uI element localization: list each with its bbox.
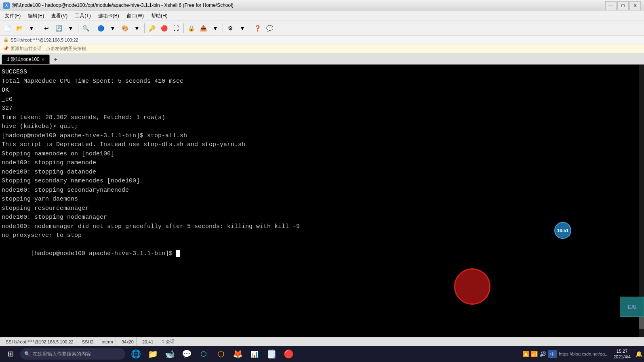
hint-bar: 📌 要添加当前会话，点击左侧的图头按钮. bbox=[0, 44, 644, 53]
toolbar-open[interactable]: 📂 bbox=[14, 23, 25, 34]
toolbar: 📄 📂 ▼ ↩ 🔄 ▼ 🔍 🔵 ▼ 🎨 ▼ 🔑 🔴 ⛶ 🔒 📤 ▼ ⚙ ▼ ❓ … bbox=[0, 21, 644, 36]
taskbar-app-edge[interactable]: 🌐 bbox=[128, 347, 144, 361]
tray-up-icon[interactable]: 🔼 bbox=[522, 351, 529, 357]
term-line-1: Total MapReduce CPU Time Spent: 5 second… bbox=[2, 77, 642, 86]
toolbar-fullscreen[interactable]: ⛶ bbox=[170, 23, 182, 34]
term-line-11: node100: stopping datanode bbox=[2, 168, 642, 177]
toolbar-dropdown6[interactable]: ▼ bbox=[237, 23, 248, 34]
menu-file[interactable]: 文件(F) bbox=[2, 12, 24, 20]
cursor-highlight bbox=[454, 268, 490, 305]
term-line-0: SUCCESS bbox=[2, 68, 642, 77]
hint-icon: 📌 bbox=[3, 46, 9, 51]
tray-volume-icon[interactable]: 🔊 bbox=[539, 351, 546, 357]
clock-time: 15:27 bbox=[613, 348, 631, 354]
search-placeholder: 在这里输入你要搜索的内容 bbox=[33, 351, 91, 358]
start-button[interactable]: ⊞ bbox=[2, 347, 19, 361]
status-address: SSH://root:****@192.168.5.100:22 bbox=[3, 337, 76, 346]
time-widget[interactable]: 16:51 bbox=[554, 222, 571, 239]
taskbar: ⊞ 🔍 在这里输入你要搜索的内容 🌐 📁 🐋 💬 ⬡ ⬡ 🦊 📊 🗒️ 🔴 🔼 … bbox=[0, 346, 644, 362]
toolbar-lock[interactable]: 🔒 bbox=[185, 23, 197, 34]
notification-icon[interactable]: 🔔 bbox=[636, 351, 642, 357]
toolbar-connect[interactable]: 🔵 bbox=[95, 23, 106, 34]
toolbar-dropdown4[interactable]: ▼ bbox=[131, 23, 143, 34]
menu-view[interactable]: 查看(V) bbox=[48, 12, 71, 20]
taskbar-app-explorer[interactable]: 📁 bbox=[145, 347, 161, 361]
app-icon: X bbox=[3, 2, 10, 9]
taskbar-search[interactable]: 🔍 在这里输入你要搜索的内容 bbox=[20, 348, 125, 360]
term-line-5: Time taken: 28.302 seconds, Fetched: 1 r… bbox=[2, 113, 642, 123]
title-bar-buttons: — □ ✕ bbox=[605, 1, 641, 10]
toolbar-help[interactable]: ❓ bbox=[252, 23, 263, 34]
term-line-4: 327 bbox=[2, 104, 642, 113]
session-address: SSH://root:****@192.168.5.100:22 bbox=[11, 38, 78, 42]
toolbar-transfer[interactable]: 📤 bbox=[198, 23, 209, 34]
toolbar-dropdown1[interactable]: ▼ bbox=[26, 23, 37, 34]
taskbar-app-sticky[interactable]: 🗒️ bbox=[263, 347, 280, 361]
status-position: 20,41 bbox=[140, 337, 156, 346]
term-line-17: node100: nodemanager did not stop gracef… bbox=[2, 222, 642, 232]
toolbar-color[interactable]: 🎨 bbox=[119, 23, 130, 34]
close-button[interactable]: ✕ bbox=[629, 1, 641, 10]
term-line-2: OK bbox=[2, 86, 642, 95]
terminal-area[interactable]: SUCCESS Total MapReduce CPU Time Spent: … bbox=[0, 65, 644, 337]
intercept-button[interactable]: 拦截 bbox=[620, 297, 644, 317]
terminal[interactable]: SUCCESS Total MapReduce CPU Time Spent: … bbox=[0, 65, 644, 337]
toolbar-reconnect[interactable]: 🔄 bbox=[53, 23, 64, 34]
menu-edit[interactable]: 编辑(E) bbox=[25, 12, 47, 20]
toolbar-sep1 bbox=[39, 23, 39, 33]
tab-add-button[interactable]: + bbox=[51, 55, 60, 64]
taskbar-app-mail[interactable]: 🐋 bbox=[162, 347, 178, 361]
toolbar-dropdown3[interactable]: ▼ bbox=[107, 23, 118, 34]
time-widget-text: 16:51 bbox=[557, 228, 568, 233]
taskbar-app-ppt[interactable]: 📊 bbox=[246, 347, 263, 361]
term-line-7: [hadoop@node100 apache-hive-3.1.1-bin]$ … bbox=[2, 132, 642, 141]
toolbar-stop[interactable]: 🔴 bbox=[158, 23, 170, 34]
menu-tools[interactable]: 工具(T) bbox=[72, 12, 94, 20]
toolbar-chat[interactable]: 💬 bbox=[264, 23, 275, 34]
taskbar-app-orange[interactable]: ⬡ bbox=[213, 347, 229, 361]
term-line-9: Stopping namenodes on [node100] bbox=[2, 150, 642, 159]
toolbar-new[interactable]: 📄 bbox=[2, 23, 13, 34]
clock[interactable]: 15:27 2021/4/4 bbox=[610, 348, 634, 360]
tab-node100[interactable]: 1 测试node100 ✕ bbox=[2, 54, 50, 64]
language-button[interactable]: 中 bbox=[548, 350, 557, 358]
taskbar-app-vs[interactable]: ⬡ bbox=[196, 347, 212, 361]
taskbar-app-firefox[interactable]: 🦊 bbox=[229, 347, 246, 361]
status-sessions: 1 会话 bbox=[160, 337, 177, 346]
session-icon: 🔒 bbox=[3, 37, 9, 42]
menu-window[interactable]: 窗口(W) bbox=[123, 12, 147, 20]
scrollbar-track[interactable] bbox=[639, 65, 644, 337]
taskbar-apps: 🌐 📁 🐋 💬 ⬡ ⬡ 🦊 📊 🗒️ 🔴 bbox=[128, 347, 297, 361]
tray-network-icon[interactable]: 📶 bbox=[531, 351, 538, 357]
tray-icons: 🔼 📶 🔊 中 https://blog.csdn.net/qq... bbox=[522, 350, 608, 358]
term-line-3: _c0 bbox=[2, 95, 642, 105]
menu-bar: 文件(F) 编辑(E) 查看(V) 工具(T) 选项卡(B) 窗口(W) 帮助(… bbox=[0, 11, 644, 21]
title-bar: X 测试node100 - hadoop@node100:/opt/module… bbox=[0, 0, 644, 11]
term-line-8: This script is Deprecated. Instead use s… bbox=[2, 140, 642, 150]
minimize-button[interactable]: — bbox=[605, 1, 617, 10]
maximize-button[interactable]: □ bbox=[617, 1, 629, 10]
status-xterm: xterm bbox=[99, 337, 116, 346]
toolbar-options[interactable]: ⚙ bbox=[225, 23, 236, 34]
taskbar-app-wechat[interactable]: 💬 bbox=[179, 347, 195, 361]
tab-close-1[interactable]: ✕ bbox=[41, 57, 44, 62]
toolbar-dropdown2[interactable]: ▼ bbox=[65, 23, 76, 34]
toolbar-sep3 bbox=[93, 23, 93, 33]
toolbar-key[interactable]: 🔑 bbox=[146, 23, 158, 34]
toolbar-dropdown5[interactable]: ▼ bbox=[210, 23, 221, 34]
hint-text: 要添加当前会话，点击左侧的图头按钮. bbox=[11, 46, 87, 52]
status-address-text: SSH://root:****@192.168.5.100:22 bbox=[6, 339, 74, 344]
taskbar-app-red[interactable]: 🔴 bbox=[280, 347, 297, 361]
term-line-19: [hadoop@node100 apache-hive-3.1.1-bin]$ bbox=[2, 241, 642, 268]
menu-help[interactable]: 帮助(H) bbox=[148, 12, 171, 20]
status-bar: SSH://root:****@192.168.5.100:22 SSH2 xt… bbox=[0, 337, 644, 346]
term-line-10: node100: stopping namenode bbox=[2, 159, 642, 168]
term-line-12: Stopping secondary namenodes [node100] bbox=[2, 177, 642, 186]
title-bar-left: X 测试node100 - hadoop@node100:/opt/module… bbox=[3, 2, 234, 9]
clock-date: 2021/4/4 bbox=[613, 354, 631, 360]
menu-tabs[interactable]: 选项卡(B) bbox=[95, 12, 122, 20]
tab-label-1: 1 测试node100 bbox=[7, 56, 40, 63]
windows-icon: ⊞ bbox=[8, 349, 14, 358]
toolbar-back[interactable]: ↩ bbox=[41, 23, 52, 34]
toolbar-search[interactable]: 🔍 bbox=[80, 23, 91, 34]
